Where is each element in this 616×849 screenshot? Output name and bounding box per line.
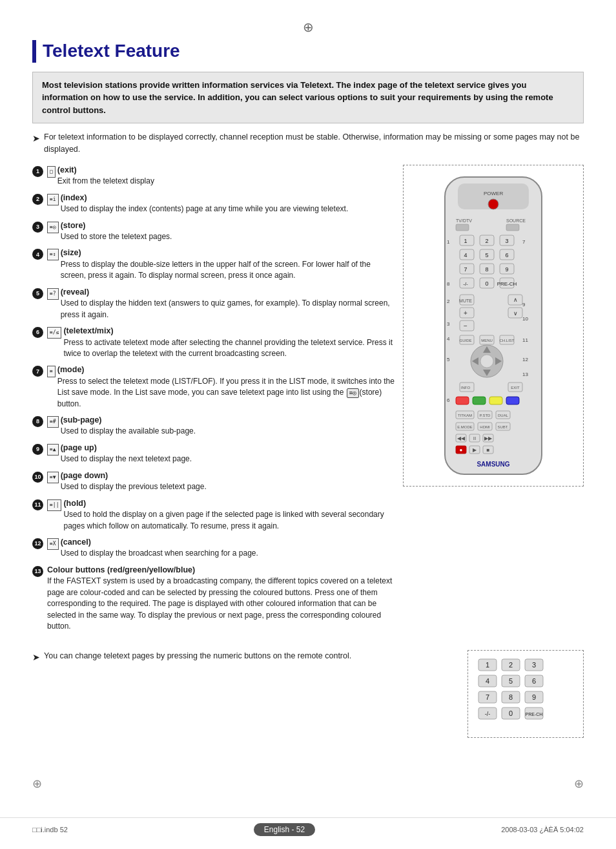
item-9: 9 ≡▲ (page up) Used to display the next … bbox=[32, 443, 396, 465]
item-desc-12: Used to display the broadcast when searc… bbox=[61, 549, 258, 558]
badge-1: 1 bbox=[32, 166, 43, 177]
item-body-10: (page down) Used to display the previous… bbox=[61, 470, 396, 493]
svg-text:5: 5 bbox=[509, 677, 513, 685]
svg-text:8: 8 bbox=[509, 693, 513, 701]
item-5: 5 ≡? (reveal) Used to display the hidden… bbox=[32, 287, 396, 320]
item-heading-4: (size) bbox=[61, 248, 81, 257]
item-body-13: Colour buttons (red/green/yellow/blue) I… bbox=[47, 565, 396, 632]
item-desc-9: Used to display the next teletext page. bbox=[61, 454, 192, 463]
remote-svg: POWER TV/DTV SOURCE 1 2 3 4 bbox=[422, 171, 564, 481]
badge-7: 7 bbox=[32, 366, 43, 377]
svg-text:II: II bbox=[473, 435, 476, 441]
item-desc-7: Press to select the teletext mode (LIST/… bbox=[57, 377, 395, 408]
svg-text:SUBT.: SUBT. bbox=[497, 425, 508, 429]
svg-text:●: ● bbox=[460, 447, 463, 453]
icon-pagedown: ≡▼ bbox=[47, 472, 59, 483]
item-1: 1 □ (exit) Exit from the teletext displa… bbox=[32, 165, 396, 187]
item-heading-9: (page up) bbox=[61, 443, 97, 452]
badge-3: 3 bbox=[32, 222, 43, 233]
svg-text:9: 9 bbox=[522, 302, 526, 308]
svg-text:∧: ∧ bbox=[513, 297, 518, 303]
svg-text:PRE-CH: PRE-CH bbox=[526, 712, 543, 717]
svg-text:12: 12 bbox=[522, 357, 528, 362]
item-3: 3 ≡◎ (store) Used to store the teletext … bbox=[32, 220, 396, 243]
svg-text:7: 7 bbox=[522, 239, 526, 245]
item-heading-6: (teletext/mix) bbox=[63, 326, 113, 335]
bottom-crosshairs: ⊕ ⊕ bbox=[32, 777, 584, 797]
svg-text:5: 5 bbox=[485, 252, 488, 258]
item-heading-11: (hold) bbox=[63, 499, 86, 508]
bottom-left-crosshair: ⊕ bbox=[32, 777, 42, 791]
svg-text:8: 8 bbox=[447, 281, 450, 287]
item-heading-1: (exit) bbox=[57, 165, 77, 174]
intro-text: Most television stations provide written… bbox=[42, 80, 553, 115]
badge-9: 9 bbox=[32, 444, 43, 455]
svg-text:2: 2 bbox=[447, 299, 450, 304]
svg-text:9: 9 bbox=[532, 693, 536, 701]
items-col: 1 □ (exit) Exit from the teletext displa… bbox=[32, 165, 403, 637]
svg-text:10: 10 bbox=[522, 316, 528, 322]
svg-text:P.STD: P.STD bbox=[480, 414, 491, 417]
item-desc-3: Used to store the teletext pages. bbox=[61, 232, 172, 241]
item-body-9: (page up) Used to display the next telet… bbox=[61, 443, 396, 465]
icon-teletext-mix: ≡/≤ bbox=[47, 327, 61, 339]
note2-arrow-icon: ➤ bbox=[32, 651, 40, 664]
svg-point-58 bbox=[480, 355, 493, 368]
footer-left: □□i.indb 52 bbox=[32, 826, 68, 833]
svg-text:6: 6 bbox=[532, 677, 536, 685]
item-13: 13 Colour buttons (red/green/yellow/blue… bbox=[32, 565, 396, 632]
item-7: 7 ≡ (mode) Press to select the teletext … bbox=[32, 364, 396, 410]
svg-text:3: 3 bbox=[505, 238, 508, 244]
badge-4: 4 bbox=[32, 249, 43, 260]
item-body-11: (hold) Used to hold the display on a giv… bbox=[63, 498, 396, 532]
badge-10: 10 bbox=[32, 472, 43, 483]
bottom-numpad-image: 1 2 3 4 5 6 7 8 9 -/- 0 bbox=[467, 650, 584, 738]
bottom-note: ➤ You can change teletext pages by press… bbox=[32, 650, 455, 673]
svg-text:▶: ▶ bbox=[473, 447, 477, 453]
svg-rect-5 bbox=[456, 224, 469, 231]
svg-text:1: 1 bbox=[486, 661, 489, 669]
item-heading-8: (sub-page) bbox=[61, 415, 102, 424]
title-bar: Teletext Feature bbox=[32, 40, 584, 63]
top-crosshair: ⊕ bbox=[32, 19, 584, 35]
icon-mode: ≡ bbox=[47, 366, 56, 377]
item-desc-4: Press to display the double-size letters… bbox=[61, 260, 371, 280]
item-heading-5: (reveal) bbox=[61, 288, 89, 297]
badge-5: 5 bbox=[32, 288, 43, 299]
svg-text:TITKAM: TITKAM bbox=[458, 414, 472, 417]
item-heading-7: (mode) bbox=[57, 365, 85, 374]
svg-text:PRE-CH: PRE-CH bbox=[497, 281, 517, 287]
svg-rect-72 bbox=[489, 397, 502, 404]
page-title: Teletext Feature bbox=[43, 40, 180, 63]
item-body-7: (mode) Press to select the teletext mode… bbox=[57, 364, 396, 410]
svg-rect-71 bbox=[473, 397, 486, 404]
image-col: POWER TV/DTV SOURCE 1 2 3 4 bbox=[403, 165, 584, 637]
item-8: 8 ≡# (sub-page) Used to display the avai… bbox=[32, 415, 396, 437]
item-6: 6 ≡/≤ (teletext/mix) Press to activate t… bbox=[32, 326, 396, 359]
svg-text:SAMSUNG: SAMSUNG bbox=[477, 461, 509, 468]
icon-hold: ≡|| bbox=[47, 499, 61, 511]
item-body-12: (cancel) Used to display the broadcast w… bbox=[61, 537, 396, 560]
note2: ➤ You can change teletext pages by press… bbox=[32, 650, 455, 664]
svg-text:−: − bbox=[464, 322, 467, 330]
icon-reveal: ≡? bbox=[47, 288, 59, 300]
item-heading-3: (store) bbox=[61, 221, 86, 230]
svg-text:+: + bbox=[464, 309, 467, 317]
icon-index: ≡i bbox=[47, 194, 59, 205]
item-desc-10: Used to display the previous teletext pa… bbox=[61, 482, 207, 491]
item-body-2: (index) Used to display the index (conte… bbox=[61, 193, 396, 215]
svg-text:3: 3 bbox=[447, 321, 450, 327]
svg-text:■: ■ bbox=[487, 447, 490, 453]
badge-2: 2 bbox=[32, 194, 43, 205]
svg-rect-70 bbox=[456, 397, 469, 404]
svg-text:-/-: -/- bbox=[485, 711, 491, 717]
svg-text:9: 9 bbox=[505, 266, 508, 273]
svg-text:11: 11 bbox=[522, 337, 528, 343]
icon-exit: □ bbox=[47, 166, 56, 178]
svg-text:EXIT: EXIT bbox=[511, 386, 520, 390]
svg-text:1: 1 bbox=[447, 239, 450, 245]
svg-text:8: 8 bbox=[485, 266, 488, 273]
svg-text:MUTE: MUTE bbox=[459, 299, 472, 303]
svg-text:POWER: POWER bbox=[484, 191, 503, 196]
item-desc-1: Exit from the teletext display bbox=[57, 176, 154, 185]
